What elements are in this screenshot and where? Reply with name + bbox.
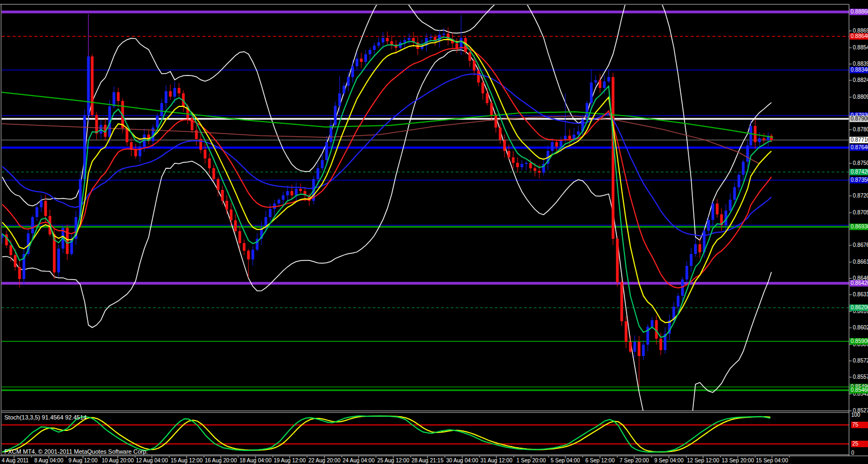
price-axis-tick: 0.87055 [853, 209, 868, 216]
mt4-chart-window: 0.886900.885400.883900.882450.880950.878… [0, 0, 868, 464]
copyright-text: FXCM MT4, © 2001-2011 MetaQuotes Softwar… [4, 448, 148, 455]
time-axis-label: 13 Sep 20:00 [722, 457, 754, 463]
price-axis-tick: 0.87800 [853, 126, 868, 133]
price-axis-tick: 0.88245 [853, 77, 868, 84]
time-axis-label: 30 Aug 04:00 [446, 457, 478, 463]
time-axis-label: 12 Aug 04:00 [136, 457, 168, 463]
price-level-label: 0.87350 [850, 177, 868, 183]
time-axis-label: 12 Sep 12:00 [687, 457, 719, 463]
time-axis-label: 9 Sep 04:00 [654, 457, 684, 463]
price-level-label: 0.86930 [850, 224, 868, 230]
stoch-axis-label: 0 [851, 450, 854, 456]
stoch-axis-label: 25 [851, 441, 868, 447]
price-axis-tick: 0.88095 [853, 94, 868, 100]
price-level-label: 0.86420 [850, 280, 868, 287]
time-axis-label: 19 Aug 12:00 [274, 457, 306, 463]
price-axis-tick: 0.87205 [853, 193, 868, 199]
time-axis-label: 24 Aug 04:00 [343, 457, 375, 463]
ema-lines [2, 37, 771, 337]
time-axis-label: 22 Aug 20:00 [309, 457, 341, 463]
price-level-label: 0.88640 [850, 33, 868, 40]
price-level-label: 0.85460 [850, 387, 868, 393]
horizontal-level-lines [2, 12, 849, 390]
price-axis-tick: 0.86610 [853, 259, 868, 265]
time-axis-label: 16 Aug 20:00 [205, 457, 237, 463]
time-axis-label: 15 Sep 04:00 [756, 457, 788, 463]
price-level-label: 0.88340 [850, 67, 868, 73]
time-axis-label: 8 Aug 04:00 [34, 457, 63, 463]
stoch-axis-label: 100 [851, 412, 860, 418]
price-level-label: 0.88860 [850, 9, 868, 15]
stoch-axis-label: 75 [851, 422, 868, 428]
axis-tick-marks [14, 31, 852, 459]
time-axis-label: 10 Aug 20:00 [102, 457, 134, 463]
stoch-indicator-label: Stoch(13,3,5) 91.4564 92.4514 [4, 414, 87, 421]
time-axis-label: 28 Aug 21:15 [412, 457, 444, 463]
price-axis-tick: 0.86760 [853, 242, 868, 249]
price-axis-tick: 0.85720 [853, 358, 868, 364]
time-axis-label: 15 Aug 12:00 [171, 457, 203, 463]
price-level-label: 0.87900 [850, 116, 868, 122]
time-axis-label: 1 Sep 20:00 [516, 457, 546, 463]
price-axis-tick: 0.86020 [853, 325, 868, 331]
pane-borders [0, 4, 868, 456]
price-axis-tick: 0.88540 [853, 45, 868, 51]
price-level-label: 0.87640 [850, 144, 868, 151]
time-axis-label: 7 Sep 20:00 [620, 457, 649, 463]
price-level-label: 0.87420 [850, 169, 868, 175]
price-axis-tick: 0.86315 [853, 291, 868, 298]
price-axis-tick: 0.85575 [853, 374, 868, 380]
time-axis-label: 18 Aug 04:00 [240, 457, 272, 463]
current-price-label: 0.87710 [850, 137, 868, 143]
price-level-label: 0.86200 [850, 304, 868, 311]
price-axis-tick: 0.87500 [853, 160, 868, 167]
time-axis-label: 6 Sep 12:00 [585, 457, 615, 463]
time-axis-label: 31 Aug 12:00 [481, 457, 513, 463]
chart-canvas[interactable] [0, 0, 868, 464]
time-axis-label: 25 Aug 12:00 [378, 457, 410, 463]
time-axis-label: 5 Sep 04:00 [551, 457, 580, 463]
stochastic-lines [2, 416, 770, 452]
time-axis-label: 9 Aug 12:00 [68, 457, 97, 463]
time-axis-label: 4 Aug 2011 [2, 457, 29, 463]
price-level-label: 0.85900 [850, 338, 868, 345]
